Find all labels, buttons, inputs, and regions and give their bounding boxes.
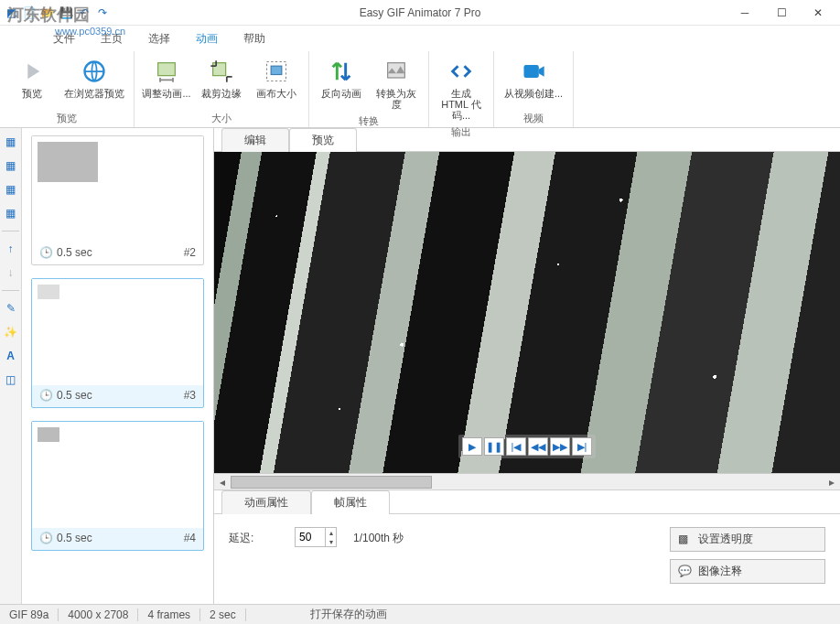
title-bar: ◩ 📄 📂 💾 ↶ ↷ Easy GIF Animator 7 Pro ─ ☐ …: [0, 0, 840, 26]
ribbon-grayscale-button[interactable]: 转换为灰度: [370, 53, 423, 113]
tool-text-icon[interactable]: A: [1, 346, 21, 366]
delay-input[interactable]: [296, 528, 325, 546]
close-button[interactable]: ✕: [800, 3, 836, 23]
frame-card[interactable]: 🕒0.5 sec #4: [31, 421, 204, 551]
ribbon-html-button[interactable]: 生成 HTML 代码...: [435, 53, 488, 124]
ribbon-group-convert: 反向动画 转换为灰度 转换: [309, 51, 429, 127]
save-icon[interactable]: 💾: [59, 5, 73, 20]
ribbon: 预览 在浏览器预览 预览 调整动画... 裁剪边缘 画布大小 大小: [0, 51, 840, 128]
tab-preview[interactable]: 预览: [289, 128, 357, 152]
menu-tab-file[interactable]: 文件: [40, 26, 88, 51]
svg-rect-2: [213, 63, 226, 76]
image-comment-button[interactable]: 💬 图像注释: [670, 559, 825, 584]
tool-shape-icon[interactable]: ◫: [1, 370, 21, 390]
frame-thumbnail: [38, 285, 59, 299]
maximize-button[interactable]: ☐: [763, 3, 800, 23]
ribbon-from-video-button[interactable]: 从视频创建...: [500, 53, 567, 111]
frame-thumbnail: [38, 142, 98, 182]
property-tabs: 动画属性 帧属性: [214, 490, 840, 514]
redo-icon[interactable]: ↷: [95, 5, 110, 20]
transparency-button[interactable]: ▩ 设置透明度: [670, 527, 825, 552]
scroll-left-icon[interactable]: ◂: [214, 476, 231, 489]
ribbon-browser-preview-button[interactable]: 在浏览器预览: [60, 53, 128, 111]
svg-rect-4: [271, 66, 282, 74]
prev-frame-button[interactable]: ◀◀: [528, 437, 548, 456]
status-message: 打开保存的动画: [301, 607, 396, 622]
open-icon[interactable]: 📂: [40, 5, 55, 20]
play-icon: [17, 57, 47, 86]
svg-rect-1: [158, 63, 176, 76]
clock-icon: 🕒: [39, 389, 53, 402]
scroll-thumb[interactable]: [231, 476, 432, 489]
tab-edit[interactable]: 编辑: [221, 128, 289, 152]
status-frames: 4 frames: [138, 608, 200, 621]
frame-properties: 延迟: ▴ ▾ 1/100th 秒 ▩ 设置透明度 💬 图像: [214, 514, 840, 604]
svg-rect-6: [524, 65, 539, 78]
status-bar: GIF 89a 4000 x 2708 4 frames 2 sec 打开保存的…: [0, 604, 840, 624]
status-format: GIF 89a: [0, 608, 59, 621]
frame-duration: 0.5 sec: [57, 389, 92, 402]
minimize-button[interactable]: ─: [727, 3, 763, 23]
menu-tab-select[interactable]: 选择: [135, 26, 183, 51]
delay-label: 延迟:: [229, 527, 278, 546]
first-frame-button[interactable]: |◀: [506, 437, 526, 456]
menu-tabs: 文件 主页 选择 动画 帮助: [0, 26, 840, 51]
delete-frame-icon[interactable]: ▦: [1, 179, 21, 199]
insert-frame-icon[interactable]: ▦: [1, 156, 21, 176]
scroll-right-icon[interactable]: ▸: [824, 476, 840, 489]
tool-brush-icon[interactable]: ✎: [1, 298, 21, 318]
play-button[interactable]: ▶: [462, 437, 482, 456]
tab-anim-props[interactable]: 动画属性: [221, 490, 311, 514]
tool-wand-icon[interactable]: ✨: [1, 322, 21, 342]
player-controls: ▶ ❚❚ |◀ ◀◀ ▶▶ ▶|: [458, 435, 596, 458]
next-frame-button[interactable]: ▶▶: [550, 437, 570, 456]
spin-down-icon[interactable]: ▾: [326, 537, 336, 546]
tab-frame-props[interactable]: 帧属性: [311, 490, 390, 514]
globe-icon: [80, 57, 109, 86]
frame-duration: 0.5 sec: [57, 246, 92, 259]
transparency-icon: ▩: [678, 533, 693, 547]
move-up-icon[interactable]: ↑: [1, 239, 21, 259]
move-down-icon[interactable]: ↓: [1, 263, 21, 283]
last-frame-button[interactable]: ▶|: [572, 437, 592, 456]
undo-icon[interactable]: ↶: [77, 5, 92, 20]
ribbon-reverse-button[interactable]: 反向动画: [315, 53, 368, 113]
frame-thumbnail: [38, 427, 59, 442]
pause-button[interactable]: ❚❚: [484, 437, 504, 456]
preview-scrollbar[interactable]: ◂ ▸: [214, 474, 840, 490]
html-icon: [447, 57, 476, 86]
preview-canvas: ▶ ❚❚ |◀ ◀◀ ▶▶ ▶|: [214, 152, 840, 474]
frame-duration: 0.5 sec: [57, 532, 92, 544]
ribbon-group-preview: 预览 在浏览器预览 预览: [0, 51, 135, 127]
delay-spinner[interactable]: ▴ ▾: [295, 527, 337, 547]
frame-index: #4: [184, 532, 196, 544]
new-icon[interactable]: 📄: [22, 5, 37, 20]
resize-icon: [152, 57, 181, 86]
frame-card[interactable]: 🕒0.5 sec #3: [31, 278, 204, 408]
ribbon-group-size: 调整动画... 裁剪边缘 画布大小 大小: [135, 51, 309, 127]
toolstrip: ▦ ▦ ▦ ▦ ↑ ↓ ✎ ✨ A ◫: [0, 128, 22, 604]
clock-icon: 🕒: [39, 532, 53, 544]
add-frame-icon[interactable]: ▦: [1, 132, 21, 152]
comment-icon: 💬: [678, 565, 693, 579]
app-icon: ◩: [4, 5, 18, 20]
frame-card[interactable]: 🕒0.5 sec #2: [31, 135, 204, 265]
status-dimensions: 4000 x 2708: [59, 608, 138, 621]
ribbon-group-output: 生成 HTML 代码... 输出: [429, 51, 494, 127]
ribbon-canvas-button[interactable]: 画布大小: [250, 53, 303, 111]
menu-tab-animation[interactable]: 动画: [183, 26, 231, 51]
menu-tab-home[interactable]: 主页: [88, 26, 135, 51]
frames-panel: 🕒0.5 sec #2 🕒0.5 sec #3 🕒0.5 sec #4: [22, 128, 214, 604]
menu-tab-help[interactable]: 帮助: [231, 26, 278, 51]
delay-unit: 1/100th 秒: [353, 527, 404, 546]
ribbon-preview-button[interactable]: 预览: [5, 53, 59, 111]
crop-icon: [207, 57, 236, 86]
ribbon-resize-button[interactable]: 调整动画...: [140, 53, 193, 111]
duplicate-frame-icon[interactable]: ▦: [1, 203, 21, 223]
spin-up-icon[interactable]: ▴: [326, 528, 336, 537]
ribbon-crop-button[interactable]: 裁剪边缘: [195, 53, 248, 111]
preview-image: [214, 152, 840, 473]
clock-icon: 🕒: [39, 246, 53, 259]
video-icon: [519, 57, 548, 86]
grayscale-icon: [382, 57, 411, 86]
